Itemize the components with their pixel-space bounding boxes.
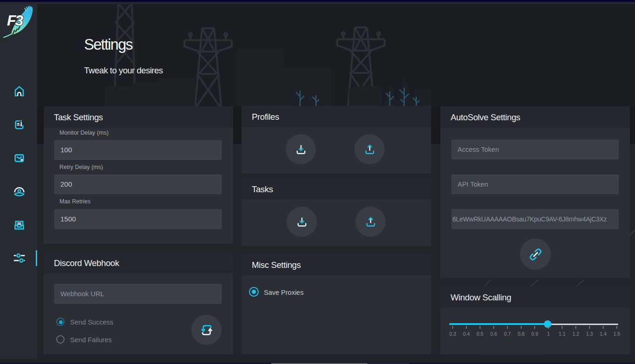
svg-text:0.9: 0.9 <box>531 331 538 337</box>
svg-text:1.5: 1.5 <box>614 331 621 337</box>
svg-text:1.4: 1.4 <box>600 331 607 337</box>
svg-text:0.5: 0.5 <box>477 331 484 337</box>
svg-text:1: 1 <box>547 331 550 337</box>
svg-text:1.1: 1.1 <box>559 331 566 337</box>
svg-text:0.7: 0.7 <box>504 331 511 337</box>
svg-text:1.3: 1.3 <box>586 331 593 337</box>
svg-text:F3: F3 <box>7 12 24 29</box>
svg-text:0.3: 0.3 <box>449 331 456 337</box>
svg-text:0.8: 0.8 <box>517 331 524 337</box>
svg-text:0.4: 0.4 <box>463 331 470 337</box>
svg-text:0.6: 0.6 <box>491 331 498 337</box>
svg-text:1.2: 1.2 <box>572 331 579 337</box>
